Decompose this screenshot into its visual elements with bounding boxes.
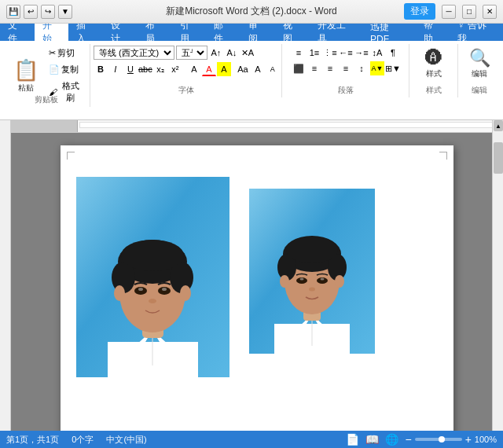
svg-point-37	[335, 275, 344, 288]
menu-layout[interactable]: 布局	[138, 24, 172, 41]
menu-pdf[interactable]: 迅捷PDF	[362, 24, 415, 41]
document-page[interactable]: ↵	[61, 145, 453, 431]
person-svg-small	[249, 189, 375, 354]
highlight-btn[interactable]: A	[217, 62, 231, 76]
print-layout-btn[interactable]: 📄	[346, 433, 359, 446]
menu-home[interactable]: 开始	[35, 24, 69, 41]
editing-button[interactable]: 🔍 编辑	[464, 46, 496, 82]
editing-label: 编辑	[472, 85, 487, 96]
show-marks-btn[interactable]: ¶	[386, 46, 400, 60]
multilevel-btn[interactable]: ⋮≡	[323, 46, 337, 60]
read-mode-btn[interactable]: 📖	[365, 433, 379, 446]
zoom-in-btn[interactable]: +	[465, 433, 472, 446]
app-wrapper: 💾 ↩ ↪ ▼ 新建Microsoft Word 文档 (2).docx - W…	[0, 0, 503, 448]
save-quick-btn[interactable]: 💾	[6, 5, 20, 19]
zoom-track[interactable]	[415, 438, 462, 441]
ribbon: 📋 粘贴 ✂ 剪切 📄 复制 🖌 格式刷 剪贴板 等线 (西文正文)	[0, 41, 503, 120]
font-size-a2-btn[interactable]: A	[251, 62, 265, 76]
bullets-btn[interactable]: ≡	[292, 46, 306, 60]
maximize-btn[interactable]: □	[462, 5, 476, 19]
undo-btn[interactable]: ↩	[24, 5, 38, 19]
text-effect-btn[interactable]: A	[187, 62, 201, 76]
clipboard-label: 剪贴板	[35, 94, 58, 105]
menu-view[interactable]: 视图	[275, 24, 310, 41]
photo-small	[249, 189, 375, 354]
grow-font-btn[interactable]: A↑	[209, 46, 223, 60]
horizontal-ruler	[11, 120, 503, 133]
svg-point-16	[149, 299, 156, 303]
corner-mark-tr	[439, 152, 447, 160]
svg-point-18	[180, 285, 191, 301]
zoom-out-btn[interactable]: −	[405, 433, 411, 446]
photos-container	[76, 169, 438, 377]
web-layout-btn[interactable]: 🌐	[385, 433, 398, 446]
close-btn[interactable]: ✕	[483, 5, 497, 19]
italic-btn[interactable]: I	[108, 62, 123, 76]
svg-point-34	[321, 278, 325, 281]
font-size-select[interactable]: 五号	[176, 46, 207, 60]
corner-mark-tl	[67, 152, 75, 160]
para-row1: ≡ 1≡ ⋮≡ ←≡ →≡ ↕A ¶	[292, 46, 400, 60]
line-spacing-btn[interactable]: ↕	[354, 61, 369, 75]
status-right: 📄 📖 🌐 − + 100%	[346, 433, 497, 446]
font-name-row: 等线 (西文正文) 五号 A↑ A↓ ✕A	[94, 46, 280, 60]
align-right-btn[interactable]: ≡	[323, 61, 337, 75]
menu-developer[interactable]: 开发工具	[310, 24, 362, 41]
svg-point-11	[121, 240, 184, 271]
menu-tell-me[interactable]: ♀ 告诉我	[450, 24, 503, 41]
justify-btn[interactable]: ≡	[339, 61, 353, 75]
align-center-btn[interactable]: ≡	[307, 61, 321, 75]
copy-button[interactable]: 📄 复制	[46, 62, 85, 77]
paste-button[interactable]: 📋 粘贴	[8, 56, 44, 96]
menu-references[interactable]: 引用	[172, 24, 207, 41]
bold-btn[interactable]: B	[94, 62, 108, 76]
customize-quick-access-btn[interactable]: ▼	[58, 5, 72, 19]
minimize-btn[interactable]: ─	[442, 5, 456, 19]
align-left-btn[interactable]: ⬛	[292, 61, 306, 75]
increase-indent-btn[interactable]: →≡	[354, 46, 369, 60]
subscript-btn[interactable]: x₂	[153, 62, 167, 76]
redo-btn[interactable]: ↪	[41, 5, 55, 19]
scrollbar-thumb[interactable]	[494, 142, 503, 174]
svg-point-30	[286, 237, 338, 263]
font-size-aa-btn[interactable]: Aa	[236, 62, 250, 76]
photo-large	[76, 177, 229, 377]
menu-design[interactable]: 设计	[103, 24, 138, 41]
clear-format-btn[interactable]: ✕A	[240, 46, 255, 60]
zoom-thumb	[439, 436, 445, 442]
font-format-row: B I U abc x₂ x² A A A Aa A A	[94, 62, 280, 76]
numbering-btn[interactable]: 1≡	[307, 46, 321, 60]
cut-button[interactable]: ✂ 剪切	[46, 46, 85, 61]
font-label: 字体	[178, 85, 194, 96]
menu-review[interactable]: 审阅	[240, 24, 275, 41]
language: 中文(中国)	[106, 434, 146, 446]
login-button[interactable]: 登录	[404, 3, 435, 20]
shrink-font-btn[interactable]: A↓	[225, 46, 239, 60]
text-color-btn[interactable]: A	[202, 62, 216, 76]
ribbon-clipboard-group: 📋 粘贴 ✂ 剪切 📄 复制 🖌 格式刷 剪贴板	[3, 44, 90, 107]
menu-insert[interactable]: 插入	[68, 24, 103, 41]
superscript-btn[interactable]: x²	[168, 62, 182, 76]
menu-bar: 文件 开始 插入 设计 布局 引用 邮件 审阅 视图 开发工具 迅捷PDF 帮助…	[0, 24, 503, 41]
menu-mailings[interactable]: 邮件	[206, 24, 240, 41]
document-canvas: ↵	[11, 120, 503, 431]
vertical-scrollbar[interactable]: ▲	[492, 120, 503, 431]
svg-point-36	[280, 275, 289, 288]
svg-point-35	[309, 288, 315, 292]
border-btn[interactable]: ⊞▼	[386, 61, 400, 75]
title-bar: 💾 ↩ ↪ ▼ 新建Microsoft Word 文档 (2).docx - W…	[0, 0, 503, 24]
strikethrough-btn[interactable]: abc	[138, 62, 152, 76]
status-bar: 第1页，共1页 0个字 中文(中国) 📄 📖 🌐 − + 100%	[0, 431, 503, 448]
font-size-a3-btn[interactable]: A	[266, 62, 280, 76]
sort-btn[interactable]: ↕A	[370, 46, 384, 60]
zoom-controls: − + 100%	[405, 433, 497, 446]
menu-help[interactable]: 帮助	[416, 24, 450, 41]
styles-button[interactable]: 🅐 样式	[420, 46, 448, 82]
shading-btn[interactable]: A▼	[370, 61, 384, 75]
svg-point-14	[138, 288, 143, 291]
menu-file[interactable]: 文件	[0, 24, 35, 41]
svg-point-33	[300, 278, 304, 281]
decrease-indent-btn[interactable]: ←≡	[339, 46, 353, 60]
underline-btn[interactable]: U	[123, 62, 138, 76]
font-name-select[interactable]: 等线 (西文正文)	[94, 46, 174, 60]
